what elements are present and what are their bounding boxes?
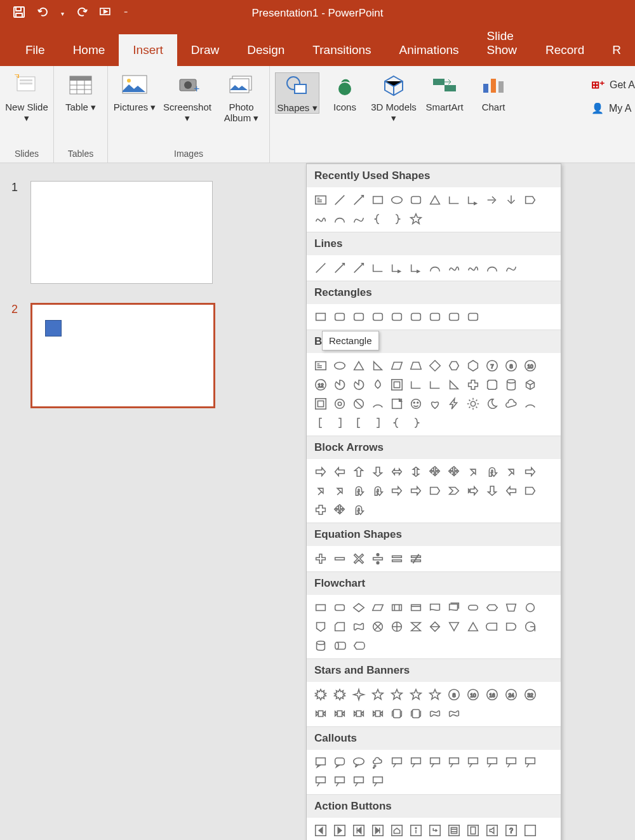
shape-n24[interactable]: 24: [502, 686, 520, 703]
shape-calloval[interactable]: [350, 754, 368, 771]
undo-icon[interactable]: [37, 6, 50, 21]
shape-flDelay[interactable]: [502, 618, 520, 636]
tab-transitions[interactable]: Transitions: [298, 34, 385, 66]
shape-flMerge[interactable]: [464, 618, 482, 636]
shape-rect[interactable]: [312, 308, 330, 326]
shape-eqMin[interactable]: [331, 550, 349, 568]
shape-tri[interactable]: [426, 191, 444, 209]
shape-conn1[interactable]: [445, 191, 463, 209]
screenshot-button[interactable]: + Screenshot ▾: [160, 72, 215, 124]
shape-uturn[interactable]: [350, 482, 368, 500]
shape-ribbon[interactable]: [350, 705, 368, 723]
shape-callline[interactable]: [445, 754, 463, 771]
shape-bArrR[interactable]: [388, 482, 406, 500]
shape-tri[interactable]: [350, 357, 368, 375]
shape-line[interactable]: [331, 191, 349, 209]
shape-scroll[interactable]: [407, 705, 425, 723]
shape-actHelp[interactable]: ?: [502, 822, 520, 839]
shape-actBack[interactable]: [312, 822, 330, 839]
shape-conn2[interactable]: [407, 259, 425, 277]
shape-curve[interactable]: [483, 259, 501, 277]
shape-flAlt[interactable]: [331, 599, 349, 617]
shape-braceR[interactable]: [407, 414, 425, 432]
shape-heart[interactable]: [426, 395, 444, 413]
shape-uturn[interactable]: [483, 463, 501, 481]
shape-rect[interactable]: [369, 191, 387, 209]
tab-review[interactable]: R: [598, 34, 635, 66]
shape-wave[interactable]: [426, 705, 444, 723]
shape-quad[interactable]: [331, 501, 349, 519]
slide-thumbnail-1[interactable]: [30, 181, 213, 284]
shape-actMov[interactable]: [445, 822, 463, 839]
shape-flOff[interactable]: [312, 618, 330, 636]
shape-uturn[interactable]: [350, 501, 368, 519]
shape-burst[interactable]: [312, 686, 330, 703]
shape-pie[interactable]: [331, 376, 349, 394]
shape-hex[interactable]: [445, 357, 463, 375]
shape-rtri[interactable]: [445, 376, 463, 394]
shape-flCard[interactable]: [331, 618, 349, 636]
shape-callrnd[interactable]: [331, 754, 349, 771]
icons-button[interactable]: Icons: [323, 72, 366, 112]
shape-bent[interactable]: [312, 482, 330, 500]
tab-design[interactable]: Design: [233, 34, 298, 66]
shape-flPre[interactable]: [388, 599, 406, 617]
shape-braceL[interactable]: [388, 414, 406, 432]
shape-tear[interactable]: [369, 376, 387, 394]
shape-cloud[interactable]: [502, 395, 520, 413]
shape-lineA[interactable]: [350, 259, 368, 277]
shape-star[interactable]: [407, 210, 425, 228]
shape-actFwd[interactable]: [331, 822, 349, 839]
shape-flDisk[interactable]: [331, 637, 349, 655]
shape-actDoc[interactable]: [464, 822, 482, 839]
tab-record[interactable]: Record: [531, 34, 598, 66]
shape-brackL[interactable]: [350, 414, 368, 432]
shape-callline[interactable]: [521, 754, 539, 771]
shape-flDoc[interactable]: [426, 599, 444, 617]
shape-callline[interactable]: [350, 773, 368, 790]
shape-rrect[interactable]: [331, 308, 349, 326]
shape-diamond[interactable]: [426, 357, 444, 375]
shape-flColl[interactable]: [407, 618, 425, 636]
shape-conn2[interactable]: [388, 259, 406, 277]
shape-cyl[interactable]: [502, 376, 520, 394]
shape-trap[interactable]: [407, 357, 425, 375]
tab-draw[interactable]: Draw: [177, 34, 233, 66]
shape-eqNeq[interactable]: [407, 550, 425, 568]
shape-flInt[interactable]: [407, 599, 425, 617]
shape-frame[interactable]: [388, 376, 406, 394]
shape-conn1[interactable]: [369, 259, 387, 277]
shape-curve[interactable]: [426, 259, 444, 277]
shape-lineA[interactable]: [350, 191, 368, 209]
shape-rrect[interactable]: [407, 191, 425, 209]
shape-flOr[interactable]: [388, 618, 406, 636]
shape-callline[interactable]: [369, 773, 387, 790]
pictures-button[interactable]: Pictures ▾: [113, 72, 156, 112]
shape-bolt[interactable]: [445, 395, 463, 413]
shape-n8[interactable]: 8: [445, 686, 463, 703]
shape-free[interactable]: [350, 210, 368, 228]
shape-braceR[interactable]: [388, 210, 406, 228]
shape-bArrD[interactable]: [369, 463, 387, 481]
shape-n12[interactable]: 12: [312, 376, 330, 394]
shape-bent[interactable]: [331, 482, 349, 500]
shape-pie[interactable]: [350, 376, 368, 394]
shape-callbox[interactable]: [312, 754, 330, 771]
3d-models-button[interactable]: 3D Models ▾: [370, 72, 417, 124]
shape-star5[interactable]: [426, 686, 444, 703]
slide-thumbnail-2[interactable]: [30, 303, 215, 408]
shape-star5[interactable]: [407, 686, 425, 703]
shape-rrect[interactable]: [369, 308, 387, 326]
shape-callline[interactable]: [388, 754, 406, 771]
shape-bArrR[interactable]: [407, 482, 425, 500]
shape-arrowD[interactable]: [502, 191, 520, 209]
shape-callline[interactable]: [407, 754, 425, 771]
shape-textbox[interactable]: [312, 191, 330, 209]
shape-arc[interactable]: [369, 395, 387, 413]
shape-oval[interactable]: [331, 357, 349, 375]
shape-ribbon[interactable]: [331, 705, 349, 723]
shape-star5[interactable]: [369, 686, 387, 703]
shape-rrect[interactable]: [464, 308, 482, 326]
shape-flExt[interactable]: [445, 618, 463, 636]
shape-brackL[interactable]: [312, 414, 330, 432]
